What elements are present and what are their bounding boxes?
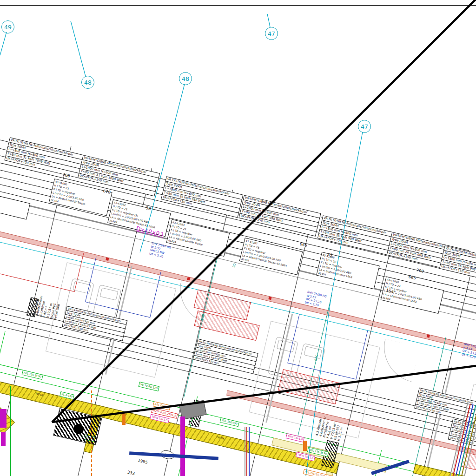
dimension-text: 1995 [138,458,148,465]
grid-leader [71,21,86,76]
pipe-note-blue: SHV 75/50 RGW 2,57SHxL3 NWUK = 2,70 [149,241,172,259]
door-swing-arc [377,339,420,382]
pipe-magenta [0,409,7,428]
grid-bubble-47: 47 [358,120,371,133]
drain-marker-orange [303,441,307,451]
calc-box: 43-41090H | TD = 24K | TD = regelbarL (m… [381,277,444,314]
pipe-magenta-main [180,416,185,476]
radiator-label: VA-TK-HYGIENE-MittenanschlussheizkörperT… [4,137,86,178]
calc-box: 43-41087H | TD = 28K | TD = regelbarL (m… [239,238,303,275]
grid-leader [0,32,7,55]
riser-line [245,427,245,476]
dimension-text: 665 [299,241,308,248]
riser-line [246,427,247,476]
vent-tag: VE 30 RD 125 [139,382,159,391]
cad-canvas: { "colors":{"bubble":"#009bb4","leader":… [0,0,476,476]
grid-bubble-48: 48 [179,72,192,85]
grid-leader [267,14,270,27]
radiator-label-small: VN-TS-HYGIENE-MittenanschlussheizkörperT… [193,339,258,374]
riser-line [249,427,250,476]
equipment-node [73,424,84,434]
pipe-magenta [1,432,6,446]
vent-line-green [0,331,6,476]
dim-text-teal: 20 [232,263,237,268]
dimension-text: 665 [408,274,416,281]
vent-line-green [10,386,11,476]
grid-bubble-48: 48 [81,76,94,89]
radiator-label: VA-TK-HYGIENE-MittenanschlussheizkörperT… [439,245,476,287]
drain-marker-orange [122,413,126,425]
dimension-text: 35 [327,252,333,258]
pipe-note-blue: SHV 75/50 RGH 2,57OK = 23,10UK = 2,70 [461,342,476,360]
dimension-text: 700 [416,268,424,274]
grid-bubble-49: 49 [1,20,14,33]
dimension-text: 35 [145,205,152,211]
grid-bubble-47: 47 [265,27,278,40]
dimension-text: 333 [127,469,135,476]
